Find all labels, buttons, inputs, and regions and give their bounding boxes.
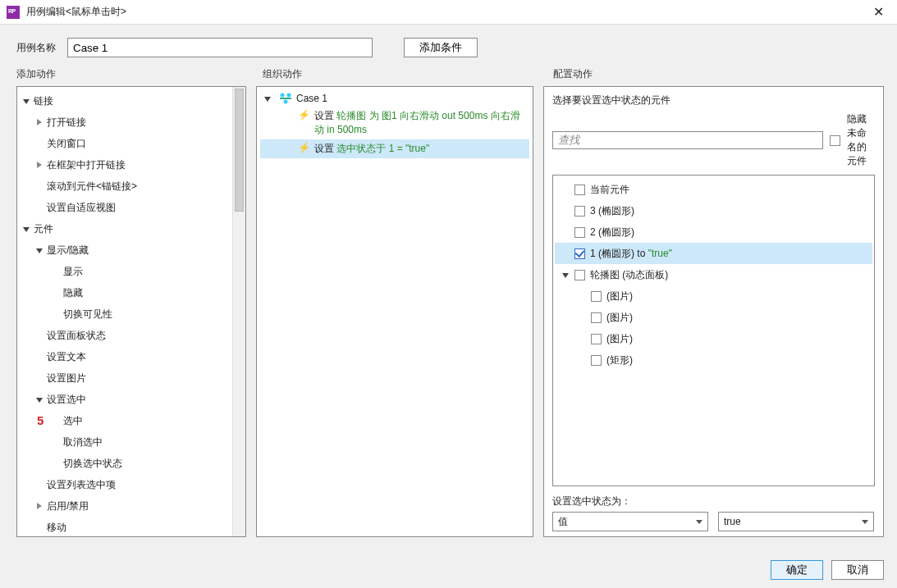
- widget-row[interactable]: (图片): [555, 307, 872, 328]
- svg-point-2: [287, 93, 291, 98]
- action-tree-label: 滚动到元件<锚链接>: [47, 180, 137, 194]
- action-tree-item[interactable]: 移动: [19, 517, 242, 536]
- case-icon: [280, 93, 291, 104]
- org-action-row[interactable]: ⚡设置 轮播图 为 图1 向右滑动 out 500ms 向右滑动 in 500m…: [260, 107, 529, 139]
- widget-label: 1 (椭圆形) to "true": [590, 247, 672, 261]
- widget-label: (图片): [606, 332, 633, 346]
- dialog-footer: 确定 取消: [0, 552, 897, 588]
- widget-label: (图片): [606, 311, 633, 325]
- config-title: 选择要设置选中状态的元件: [552, 93, 875, 107]
- action-tree-item[interactable]: 关闭窗口: [19, 133, 242, 154]
- widget-label: (图片): [606, 289, 633, 303]
- titlebar: 用例编辑<鼠标单击时> ✕: [0, 0, 897, 25]
- action-tree-item[interactable]: 链接: [19, 90, 242, 112]
- action-tree-item[interactable]: 滚动到元件<锚链接>: [19, 175, 242, 197]
- svg-point-1: [281, 93, 285, 98]
- org-action-label: 设置 选中状态于 1 = "true": [314, 142, 526, 156]
- section-titles: 添加动作 组织动作 配置动作: [0, 67, 897, 86]
- widget-checkbox[interactable]: [591, 312, 602, 323]
- action-tree-item[interactable]: 启用/禁用: [19, 495, 242, 517]
- action-tree-label: 取消选中: [63, 435, 103, 449]
- svg-rect-0: [280, 98, 291, 99]
- scrollbar[interactable]: [232, 87, 245, 536]
- hide-unnamed-label: 隐藏未命名的元件: [847, 112, 875, 168]
- action-tree-label: 切换可见性: [63, 308, 112, 321]
- widget-checkbox[interactable]: [574, 206, 585, 217]
- action-tree-label: 显示: [63, 265, 83, 279]
- case-name-input[interactable]: [67, 38, 373, 57]
- hide-unnamed-checkbox[interactable]: [830, 135, 840, 146]
- chevron-down-icon[interactable]: [35, 394, 43, 405]
- widget-checkbox[interactable]: [591, 291, 602, 302]
- action-tree-item[interactable]: 5选中: [19, 410, 242, 431]
- chevron-right-icon[interactable]: [35, 116, 43, 128]
- action-tree-item[interactable]: 设置选中: [19, 389, 242, 410]
- action-tree-label: 移动: [47, 521, 66, 535]
- add-condition-button[interactable]: 添加条件: [404, 38, 478, 57]
- action-tree-panel: 链接打开链接关闭窗口在框架中打开链接滚动到元件<锚链接>设置自适应视图元件显示/…: [16, 86, 246, 537]
- action-tree-item[interactable]: 在框架中打开链接: [19, 154, 242, 175]
- org-action-label: 设置 轮播图 为 图1 向右滑动 out 500ms 向右滑动 in 500ms: [314, 109, 526, 137]
- widget-checkbox[interactable]: [591, 355, 602, 366]
- action-tree-item[interactable]: 设置自适应视图: [19, 197, 242, 218]
- case-label: Case 1: [296, 93, 327, 104]
- state-value-dropdown[interactable]: true: [718, 512, 874, 531]
- action-tree-item[interactable]: 设置列表选中项: [19, 474, 242, 495]
- scroll-thumb[interactable]: [235, 89, 244, 212]
- chevron-down-icon[interactable]: [35, 244, 43, 256]
- section-title-org: 组织动作: [263, 67, 550, 81]
- widget-row[interactable]: (矩形): [555, 349, 872, 371]
- widget-row[interactable]: (图片): [555, 285, 872, 307]
- action-tree-item[interactable]: 切换可见性: [19, 303, 242, 325]
- chevron-down-icon[interactable]: [22, 95, 30, 107]
- cancel-button[interactable]: 取消: [831, 560, 884, 580]
- widget-row[interactable]: 当前元件: [555, 179, 872, 200]
- action-tree-item[interactable]: 隐藏: [19, 282, 242, 303]
- action-tree-item[interactable]: 设置图片: [19, 367, 242, 389]
- widget-row[interactable]: (图片): [555, 328, 872, 349]
- action-tree-label: 设置列表选中项: [47, 478, 116, 492]
- action-tree-item[interactable]: 打开链接: [19, 112, 242, 133]
- action-tree-item[interactable]: 取消选中: [19, 431, 242, 453]
- widget-label: (矩形): [606, 353, 633, 367]
- action-tree-item[interactable]: 切换选中状态: [19, 453, 242, 474]
- widget-row[interactable]: 3 (椭圆形): [555, 200, 872, 221]
- widget-row[interactable]: 2 (椭圆形): [555, 221, 872, 243]
- widget-checkbox[interactable]: [591, 334, 602, 344]
- org-action-row[interactable]: ⚡设置 选中状态于 1 = "true": [260, 139, 529, 158]
- widget-row[interactable]: 61 (椭圆形) to "true": [555, 243, 872, 264]
- action-tree-item[interactable]: 显示/隐藏: [19, 239, 242, 261]
- chevron-right-icon[interactable]: [35, 500, 43, 512]
- chevron-down-icon[interactable]: [561, 269, 570, 280]
- action-tree-label: 设置面板状态: [47, 329, 106, 343]
- action-tree-label: 关闭窗口: [47, 137, 86, 151]
- action-tree-label: 设置图片: [47, 371, 86, 385]
- chevron-down-icon[interactable]: [22, 223, 30, 235]
- widget-list: 当前元件3 (椭圆形)2 (椭圆形)61 (椭圆形) to "true"轮播图 …: [552, 175, 875, 486]
- search-input[interactable]: [552, 131, 823, 149]
- case-row[interactable]: Case 1: [260, 90, 529, 107]
- action-tree-label: 链接: [34, 94, 53, 108]
- action-tree-item[interactable]: 显示: [19, 261, 242, 282]
- widget-row[interactable]: 轮播图 (动态面板): [555, 264, 872, 285]
- state-type-dropdown[interactable]: 值: [552, 512, 708, 531]
- ok-button[interactable]: 确定: [771, 560, 823, 580]
- org-panel: Case 1 ⚡设置 轮播图 为 图1 向右滑动 out 500ms 向右滑动 …: [256, 86, 533, 537]
- action-tree-item[interactable]: 设置文本: [19, 346, 242, 367]
- action-tree-label: 在框架中打开链接: [47, 158, 126, 172]
- action-tree-item[interactable]: 设置面板状态: [19, 325, 242, 346]
- action-tree-label: 启用/禁用: [47, 499, 89, 513]
- chevron-down-icon[interactable]: [263, 93, 272, 104]
- widget-label: 当前元件: [590, 183, 629, 197]
- widget-checkbox[interactable]: [574, 227, 585, 238]
- action-tree-label: 打开链接: [47, 116, 86, 130]
- widget-checkbox[interactable]: [574, 185, 585, 195]
- widget-label: 2 (椭圆形): [590, 226, 634, 239]
- action-tree-item[interactable]: 元件: [19, 218, 242, 239]
- svg-point-3: [284, 100, 288, 104]
- widget-checkbox[interactable]: [574, 270, 585, 280]
- case-name-row: 用例名称 添加条件: [0, 25, 897, 67]
- widget-checkbox[interactable]: [574, 248, 585, 259]
- chevron-right-icon[interactable]: [35, 159, 43, 171]
- close-icon[interactable]: ✕: [867, 2, 890, 21]
